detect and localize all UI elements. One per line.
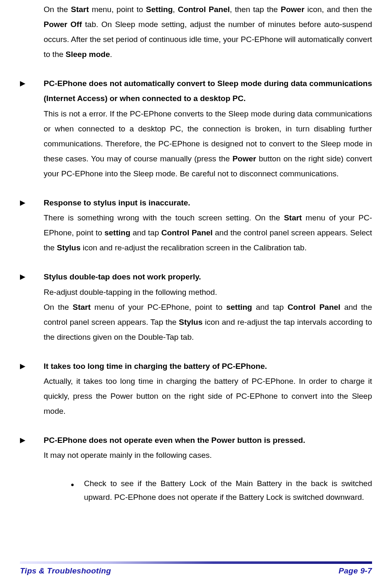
item-title: PC-EPhone does not operate even when the… xyxy=(44,436,305,445)
sub-item: ● Check to see if the Battery Lock of th… xyxy=(67,477,372,504)
troubleshoot-item: ▶ Response to stylus input is inaccurate… xyxy=(20,195,372,255)
item-title: Stylus double-tap does not work properly… xyxy=(44,272,201,281)
footer: Tips & Troubleshooting Page 9-7 xyxy=(0,561,392,576)
intro-paragraph: On the Start menu, point to Setting, Con… xyxy=(44,2,372,62)
triangle-bullet-icon: ▶ xyxy=(20,433,44,447)
item-text: This is not a error. If the PC-EPhone co… xyxy=(44,109,372,178)
page: On the Start menu, point to Setting, Con… xyxy=(0,0,392,583)
sub-list: ● Check to see if the Battery Lock of th… xyxy=(67,477,372,504)
footer-row: Tips & Troubleshooting Page 9-7 xyxy=(20,566,372,576)
dot-bullet-icon: ● xyxy=(67,477,84,490)
item-body: Stylus double-tap does not work properly… xyxy=(44,269,372,344)
item-body: It takes too long time in charging the b… xyxy=(44,359,372,419)
troubleshoot-item: ▶ It takes too long time in charging the… xyxy=(20,359,372,419)
item-text: It may not operate mainly in the followi… xyxy=(44,451,212,459)
item-body: PC-EPhone does not operate even when the… xyxy=(44,433,372,504)
sub-item-text: Check to see if the Battery Lock of the … xyxy=(84,477,372,504)
footer-divider xyxy=(20,561,372,564)
item-body: PC-EPhone does not automatically convert… xyxy=(44,76,372,181)
item-title: PC-EPhone does not automatically convert… xyxy=(44,79,372,103)
item-text: Actually, it takes too long time in char… xyxy=(44,377,372,415)
triangle-bullet-icon: ▶ xyxy=(20,269,44,284)
triangle-bullet-icon: ▶ xyxy=(20,76,44,90)
troubleshoot-item: ▶ PC-EPhone does not automatically conve… xyxy=(20,76,372,181)
triangle-bullet-icon: ▶ xyxy=(20,195,44,210)
footer-right: Page 9-7 xyxy=(338,566,372,576)
troubleshoot-item: ▶ Stylus double-tap does not work proper… xyxy=(20,269,372,344)
item-title: Response to stylus input is inaccurate. xyxy=(44,198,190,207)
troubleshoot-item: ▶ PC-EPhone does not operate even when t… xyxy=(20,433,372,504)
triangle-bullet-icon: ▶ xyxy=(20,359,44,373)
item-text: Re-adjust double-tapping in the followin… xyxy=(44,288,372,341)
item-body: Response to stylus input is inaccurate. … xyxy=(44,195,372,255)
content: On the Start menu, point to Setting, Con… xyxy=(20,2,372,504)
item-text: There is something wrong with the touch … xyxy=(44,213,372,252)
item-title: It takes too long time in charging the b… xyxy=(44,362,267,371)
footer-left: Tips & Troubleshooting xyxy=(20,566,111,576)
